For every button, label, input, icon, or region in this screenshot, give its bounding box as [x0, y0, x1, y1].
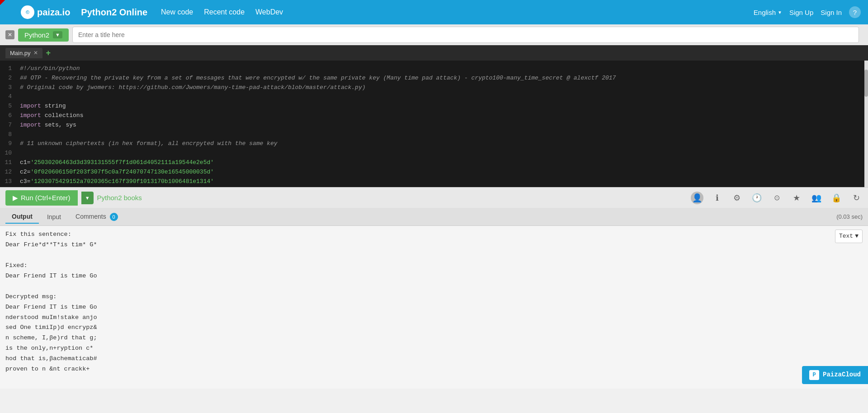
- run-bar: ▶ Run (Ctrl+Enter) ▼ Python2 books 👤 ℹ ⚙…: [0, 187, 868, 208]
- output-line: Fixed:: [5, 261, 863, 271]
- code-line: c2='0f020606150f203f307f5c0a7f2407074713…: [20, 168, 864, 177]
- code-line: c3='1203075429152a7020365c167f390f101317…: [20, 177, 864, 187]
- lock-icon[interactable]: 🔒: [830, 192, 843, 204]
- file-tab-bar: Main.py ✕ +: [0, 45, 868, 61]
- output-line: is the only,n+ryption c*: [5, 343, 863, 354]
- paiza-cloud-banner[interactable]: P PaizaCloud: [802, 366, 868, 384]
- output-line: [5, 282, 863, 292]
- site-name: paiza.io: [37, 7, 70, 18]
- nav-right: English ▼ Sign Up Sign In ?: [754, 6, 861, 18]
- output-line: Dear Friend IT is time Go: [5, 271, 863, 282]
- output-line: hod that is,βachematicab#: [5, 354, 863, 364]
- signin-link[interactable]: Sign In: [821, 9, 842, 16]
- text-format-select[interactable]: Text ▼: [835, 230, 863, 243]
- paiza-cloud-icon: P: [809, 370, 819, 380]
- chevron-down-icon: ▼: [778, 10, 782, 15]
- recent-code-link[interactable]: Recent code: [204, 8, 245, 16]
- language-tab[interactable]: Python2 ▼: [18, 28, 69, 42]
- code-line: [20, 130, 864, 140]
- code-line: c4='0f4610170e1e2235787f7853372c0f065752…: [20, 186, 864, 187]
- output-tab-output[interactable]: Output: [5, 210, 39, 224]
- code-line: #!/usr/bin/python: [20, 64, 864, 74]
- execution-time: (0.03 sec): [836, 213, 863, 220]
- run-button[interactable]: ▶ Run (Ctrl+Enter): [5, 190, 78, 206]
- output-line: Decrypted msg:: [5, 292, 863, 302]
- close-file-icon[interactable]: ✕: [33, 50, 38, 56]
- add-file-button[interactable]: +: [46, 48, 51, 58]
- paiza-cloud-label: PaizaCloud: [823, 370, 861, 380]
- close-tab-button[interactable]: ✕: [5, 30, 14, 39]
- clock-icon[interactable]: 🕐: [750, 192, 763, 204]
- code-line: [20, 92, 864, 102]
- output-line: sed One timiIp)d encrypz&: [5, 323, 863, 333]
- code-line: import string: [20, 102, 864, 111]
- books-link[interactable]: Python2 books: [97, 194, 142, 202]
- logo-icon: ©: [21, 5, 34, 19]
- code-content[interactable]: #!/usr/bin/python ## OTP - Recovering th…: [16, 61, 868, 187]
- github-icon[interactable]: ⊙: [770, 192, 783, 204]
- code-line: c1='25030206463d3d393131555f7f1d061d4052…: [20, 158, 864, 168]
- code-line: # 11 unknown ciphertexts (in hex format)…: [20, 139, 864, 149]
- output-tab-input[interactable]: Input: [41, 211, 67, 223]
- output-line: Dear Friend IT is time Go: [5, 302, 863, 313]
- code-line: # Original code by jwomers: https://gith…: [20, 83, 864, 93]
- code-line: import sets, sys: [20, 121, 864, 130]
- avatar-icon: 👤: [691, 192, 703, 204]
- file-tab-main[interactable]: Main.py ✕: [5, 48, 42, 58]
- signup-link[interactable]: Sign Up: [789, 9, 813, 16]
- output-line: nderstood muIm!stake anjo: [5, 313, 863, 323]
- new-code-link[interactable]: New code: [161, 8, 193, 16]
- nav-links: New code Recent code WebDev: [161, 8, 283, 16]
- output-tabs: Output Input Comments 0 (0.03 sec): [0, 208, 868, 226]
- webdev-link[interactable]: WebDev: [255, 8, 283, 16]
- output-line: Fix this sentence:: [5, 230, 863, 240]
- editor-scrollbar[interactable]: [864, 61, 868, 187]
- output-tab-comments[interactable]: Comments 0: [69, 210, 124, 224]
- output-line: Dear Frie*d**T*is tim* G*: [5, 240, 863, 250]
- help-icon[interactable]: ?: [849, 6, 861, 18]
- tab-bar: ✕ Python2 ▼: [0, 24, 868, 45]
- output-line: proven to n &nt crackk+: [5, 364, 863, 375]
- info-icon[interactable]: ℹ: [711, 192, 723, 204]
- beta-badge: Beta: [0, 0, 20, 7]
- top-navigation: Beta © paiza.io Python2 Online New code …: [0, 0, 868, 24]
- code-line: ## OTP - Recovering the private key from…: [20, 74, 864, 83]
- output-right-controls: Text ▼: [835, 230, 863, 243]
- run-bar-right: 👤 ℹ ⚙ 🕐 ⊙ ★ 👥 🔒 ↻: [691, 192, 863, 204]
- refresh-icon[interactable]: ↻: [850, 192, 863, 204]
- logo-area: © paiza.io: [21, 5, 70, 19]
- output-line: n scheme, I,βe)rd that g;: [5, 333, 863, 343]
- code-editor[interactable]: 12345 678910 1112131415 1617181920 #!/us…: [0, 61, 868, 187]
- settings-icon[interactable]: ⚙: [731, 192, 743, 204]
- page-title: Python2 Online: [81, 7, 147, 18]
- run-dropdown-button[interactable]: ▼: [81, 192, 94, 204]
- language-dropdown-arrow[interactable]: ▼: [53, 31, 62, 38]
- output-content: Text ▼ Fix this sentence: Dear Frie*d**T…: [0, 226, 868, 389]
- run-button-label: Run (Ctrl+Enter): [21, 194, 71, 202]
- chevron-down-icon: ▼: [855, 231, 859, 241]
- comments-badge: 0: [110, 213, 118, 221]
- language-tab-label: Python2: [24, 31, 49, 39]
- title-input[interactable]: [72, 27, 859, 43]
- play-icon: ▶: [13, 194, 18, 202]
- file-tab-name: Main.py: [10, 50, 31, 56]
- language-selector[interactable]: English ▼: [754, 9, 782, 16]
- line-numbers: 12345 678910 1112131415 1617181920: [0, 61, 16, 187]
- star-icon[interactable]: ★: [790, 192, 803, 204]
- code-line: [20, 149, 864, 158]
- output-panel: Output Input Comments 0 (0.03 sec) Text …: [0, 208, 868, 389]
- group-icon[interactable]: 👥: [810, 192, 823, 204]
- code-line: import collections: [20, 111, 864, 121]
- output-line: [5, 250, 863, 261]
